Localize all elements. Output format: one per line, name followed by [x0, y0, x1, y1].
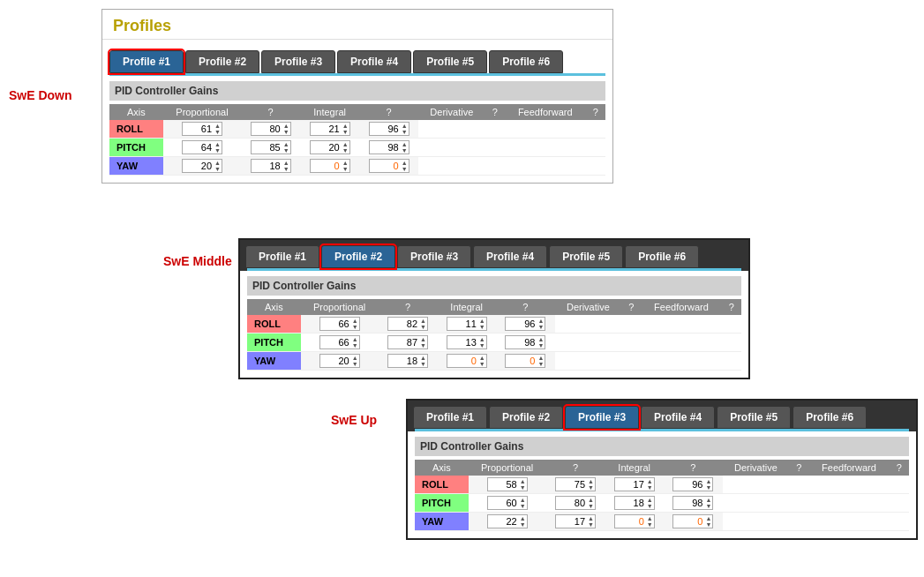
tab-bot-1[interactable]: Profile #1: [413, 406, 487, 429]
col-i-bot-icon[interactable]: ?: [546, 460, 605, 476]
table-cell[interactable]: 96 ▲▼: [496, 315, 555, 333]
axis-cell: ROLL: [247, 315, 301, 333]
col-f-mid-icon[interactable]: ?: [722, 299, 741, 315]
table-row: PITCH 64 ▲▼ 85 ▲▼ 20 ▲▼ 98 ▲▼: [109, 139, 605, 157]
table-cell[interactable]: 0 ▲▼: [359, 157, 418, 176]
swe-down-label: SwE Down: [9, 88, 72, 102]
tab-top-2[interactable]: Profile #2: [185, 50, 259, 73]
table-cell[interactable]: 60 ▲▼: [469, 494, 546, 513]
pid-section-bot: PID Controller Gains Axis Proportional ?…: [408, 431, 916, 538]
table-cell[interactable]: 58 ▲▼: [469, 476, 546, 494]
table-cell[interactable]: 66 ▲▼: [301, 315, 379, 333]
table-cell[interactable]: 85 ▲▼: [241, 139, 300, 157]
table-cell[interactable]: 22 ▲▼: [469, 513, 546, 531]
col-i2-mid-icon[interactable]: ?: [496, 299, 555, 315]
profiles-title-top: Profiles: [102, 10, 612, 40]
table-cell[interactable]: 61 ▲▼: [163, 120, 241, 139]
table-cell[interactable]: 0 ▲▼: [664, 513, 723, 531]
table-row: PITCH 66 ▲▼ 87 ▲▼ 13 ▲▼ 98 ▲▼: [247, 333, 741, 352]
col-p-bot: Proportional: [469, 460, 546, 476]
table-cell[interactable]: 20 ▲▼: [300, 139, 359, 157]
table-cell[interactable]: 80 ▲▼: [546, 494, 605, 513]
pid-section-top: PID Controller Gains Axis Proportional ?…: [102, 76, 612, 183]
table-cell[interactable]: 0 ▲▼: [496, 352, 555, 371]
table-cell[interactable]: 87 ▲▼: [379, 333, 438, 352]
table-cell[interactable]: 11 ▲▼: [437, 315, 496, 333]
swe-up-label: SwE Up: [331, 413, 377, 427]
table-cell[interactable]: 18 ▲▼: [241, 157, 300, 176]
table-cell[interactable]: 20 ▲▼: [301, 352, 379, 371]
tab-bot-3[interactable]: Profile #3: [565, 406, 639, 429]
table-cell[interactable]: 13 ▲▼: [437, 333, 496, 352]
col-axis-top: Axis: [109, 104, 163, 120]
table-row: YAW 20 ▲▼ 18 ▲▼ 0 ▲▼ 0 ▲▼: [109, 157, 605, 176]
col-i-mid: Integral: [437, 299, 496, 315]
table-cell[interactable]: 21 ▲▼: [300, 120, 359, 139]
tab-top-6[interactable]: Profile #6: [489, 50, 563, 73]
table-cell[interactable]: 18 ▲▼: [379, 352, 438, 371]
swe-middle-label: SwE Middle: [163, 254, 232, 268]
tab-mid-1[interactable]: Profile #1: [245, 245, 319, 268]
tabs-row-top: Profile #1 Profile #2 Profile #3 Profile…: [102, 43, 612, 73]
col-i2-bot-icon[interactable]: ?: [664, 460, 723, 476]
tab-bot-5[interactable]: Profile #5: [717, 406, 791, 429]
col-i-top: Integral: [300, 104, 359, 120]
table-cell[interactable]: 17 ▲▼: [605, 476, 664, 494]
tab-mid-6[interactable]: Profile #6: [625, 245, 699, 268]
tab-bot-4[interactable]: Profile #4: [641, 406, 715, 429]
col-f-top-icon[interactable]: ?: [585, 104, 605, 120]
col-f-bot-icon[interactable]: ?: [890, 460, 909, 476]
col-p-mid: Proportional: [301, 299, 379, 315]
table-cell[interactable]: 98 ▲▼: [496, 333, 555, 352]
pid-table-top: Axis Proportional ? Integral ? Derivativ…: [109, 104, 605, 176]
table-cell[interactable]: 96 ▲▼: [664, 476, 723, 494]
table-cell[interactable]: 98 ▲▼: [359, 139, 418, 157]
tab-top-4[interactable]: Profile #4: [337, 50, 411, 73]
tab-mid-2[interactable]: Profile #2: [321, 245, 395, 268]
table-cell[interactable]: 20 ▲▼: [163, 157, 241, 176]
tab-mid-3[interactable]: Profile #3: [397, 245, 471, 268]
table-cell[interactable]: 96 ▲▼: [359, 120, 418, 139]
tab-bot-6[interactable]: Profile #6: [793, 406, 867, 429]
table-cell[interactable]: 98 ▲▼: [664, 494, 723, 513]
col-d-mid: Derivative: [555, 299, 621, 315]
col-d-top-icon[interactable]: ?: [485, 104, 505, 120]
panel-bot: Profile #1 Profile #2 Profile #3 Profile…: [406, 399, 918, 540]
col-d-top: Derivative: [418, 104, 485, 120]
table-cell[interactable]: 0 ▲▼: [437, 352, 496, 371]
axis-cell: YAW: [247, 352, 301, 371]
col-i-top-icon[interactable]: ?: [241, 104, 300, 120]
col-d-bot-icon[interactable]: ?: [789, 460, 808, 476]
axis-cell: PITCH: [247, 333, 301, 352]
table-row: ROLL 66 ▲▼ 82 ▲▼ 11 ▲▼ 96 ▲▼: [247, 315, 741, 333]
table-cell[interactable]: 75 ▲▼: [546, 476, 605, 494]
panel-mid: Profile #1 Profile #2 Profile #3 Profile…: [238, 238, 750, 379]
tab-mid-4[interactable]: Profile #4: [473, 245, 547, 268]
table-cell[interactable]: 82 ▲▼: [379, 315, 438, 333]
col-p-top: Proportional: [163, 104, 241, 120]
col-axis-bot: Axis: [415, 460, 469, 476]
tab-top-1[interactable]: Profile #1: [109, 50, 184, 73]
table-cell[interactable]: 0 ▲▼: [300, 157, 359, 176]
tab-bot-2[interactable]: Profile #2: [489, 406, 563, 429]
table-cell[interactable]: 64 ▲▼: [163, 139, 241, 157]
tab-top-3[interactable]: Profile #3: [261, 50, 335, 73]
table-cell[interactable]: 80 ▲▼: [241, 120, 300, 139]
table-cell[interactable]: 66 ▲▼: [301, 333, 379, 352]
pid-title-top: PID Controller Gains: [109, 81, 605, 101]
col-d-mid-icon[interactable]: ?: [621, 299, 641, 315]
col-i-mid-icon[interactable]: ?: [379, 299, 438, 315]
tab-mid-5[interactable]: Profile #5: [549, 245, 623, 268]
col-i2-top-icon[interactable]: ?: [359, 104, 418, 120]
table-row: YAW 20 ▲▼ 18 ▲▼ 0 ▲▼ 0 ▲▼: [247, 352, 741, 371]
panel-top: Profiles Profile #1 Profile #2 Profile #…: [101, 9, 613, 184]
table-cell[interactable]: 0 ▲▼: [605, 513, 664, 531]
tab-top-5[interactable]: Profile #5: [413, 50, 487, 73]
table-cell[interactable]: 18 ▲▼: [605, 494, 664, 513]
pid-table-bot: Axis Proportional ? Integral ? Derivativ…: [415, 460, 909, 531]
tabs-row-bot: Profile #1 Profile #2 Profile #3 Profile…: [408, 401, 916, 429]
table-cell[interactable]: 17 ▲▼: [546, 513, 605, 531]
col-axis-mid: Axis: [247, 299, 301, 315]
col-f-top: Feedforward: [505, 104, 585, 120]
axis-cell: ROLL: [415, 476, 469, 494]
